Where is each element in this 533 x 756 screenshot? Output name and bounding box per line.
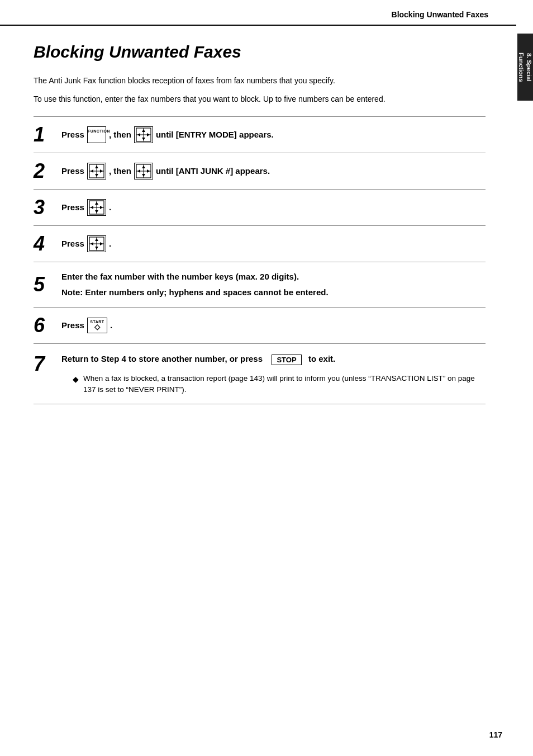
svg-marker-27	[100, 206, 103, 209]
nav-key-1	[134, 126, 153, 143]
step-1-inline: Press FUNCTION , then	[61, 126, 274, 143]
step-4-content: Press .	[61, 235, 486, 252]
step-4-dot: .	[109, 237, 111, 251]
bullet-note: ◆ When a fax is blocked, a transaction r…	[61, 373, 486, 396]
nav-key-3	[87, 199, 106, 216]
step-2-number: 2	[34, 161, 61, 181]
svg-marker-31	[95, 238, 98, 241]
svg-marker-19	[137, 169, 140, 173]
svg-marker-24	[95, 202, 98, 205]
step-2-suffix: until [ANTI JUNK #] appears.	[156, 164, 270, 178]
step-4-press: Press	[61, 237, 84, 251]
svg-marker-33	[91, 242, 93, 245]
step-5-line2: Note: Enter numbers only; hyphens and sp…	[61, 286, 329, 299]
svg-marker-20	[147, 169, 150, 173]
start-key-label: START	[88, 319, 107, 325]
step-6-content: Press START ◇ .	[61, 318, 486, 333]
main-content: Blocking Unwanted Faxes The Anti Junk Fa…	[0, 26, 516, 427]
intro-para1: The Anti Junk Fax function blocks recept…	[34, 75, 486, 87]
step-4-number: 4	[34, 234, 61, 254]
intro-para2: To use this function, enter the fax numb…	[34, 93, 486, 105]
bullet-diamond-icon: ◆	[73, 374, 79, 396]
svg-marker-32	[95, 247, 98, 249]
step-4-inline: Press .	[61, 235, 111, 252]
nav-icon-2a	[89, 164, 104, 178]
nav-key-2b	[134, 163, 153, 179]
svg-marker-6	[147, 133, 150, 136]
svg-marker-26	[91, 206, 93, 209]
step-1: 1 Press FUNCTION , then	[34, 117, 486, 153]
step-1-press: Press	[61, 128, 84, 141]
nav-key-4	[87, 235, 106, 252]
step-3-inline: Press .	[61, 199, 111, 216]
step-7-inline: Return to Step 4 to store another number…	[61, 354, 486, 365]
step-2-press: Press	[61, 164, 84, 178]
step-3-number: 3	[34, 197, 61, 218]
step-5: 5 Enter the fax number with the number k…	[34, 262, 486, 308]
step-4: 4 Press .	[34, 226, 486, 262]
step-2-content: Press , then	[61, 163, 486, 179]
step-1-content: Press FUNCTION , then	[61, 126, 486, 143]
function-key-label: FUNCTION	[88, 128, 106, 134]
step-2: 2 Press , t	[34, 153, 486, 190]
svg-marker-10	[95, 166, 98, 168]
svg-marker-17	[142, 166, 145, 168]
svg-marker-3	[142, 129, 145, 132]
nav-key-2a	[87, 163, 106, 179]
step-6-inline: Press START ◇ .	[61, 318, 112, 333]
step-5-line1: Enter the fax number with the number key…	[61, 270, 299, 284]
stop-key: STOP	[272, 355, 301, 365]
page-header: Blocking Unwanted Faxes	[0, 0, 516, 26]
svg-marker-5	[137, 133, 140, 136]
bullet-note-text: When a fax is blocked, a transaction rep…	[83, 373, 486, 396]
step-6-number: 6	[34, 315, 61, 336]
step-3-dot: .	[109, 201, 111, 214]
step-1-connector: , then	[109, 128, 131, 141]
step-5-number: 5	[34, 275, 61, 295]
side-tab: 8. Special Functions	[517, 34, 533, 101]
step-7-number: 7	[34, 354, 61, 374]
start-key: START ◇	[87, 318, 107, 333]
step-6-dot: .	[110, 319, 112, 332]
nav-icon-3	[89, 200, 104, 215]
svg-marker-4	[142, 138, 145, 140]
step-7-prefix: Return to Step 4 to store another number…	[61, 354, 263, 363]
step-2-inline: Press , then	[61, 163, 270, 179]
svg-marker-18	[142, 174, 145, 177]
nav-icon-4	[89, 237, 104, 251]
svg-marker-11	[95, 174, 98, 177]
side-tab-line1: 8. Special	[526, 53, 532, 82]
step-5-content: Enter the fax number with the number key…	[61, 270, 486, 299]
header-title: Blocking Unwanted Faxes	[392, 10, 488, 19]
step-3-content: Press .	[61, 199, 486, 216]
step-6: 6 Press START ◇ .	[34, 308, 486, 344]
step-1-suffix: until [ENTRY MODE] appears.	[156, 128, 274, 141]
step-6-press: Press	[61, 319, 84, 332]
step-3: 3 Press .	[34, 190, 486, 226]
step-2-connector: , then	[109, 164, 131, 178]
step-3-press: Press	[61, 201, 84, 214]
svg-marker-12	[91, 169, 93, 173]
step-7-content: Return to Step 4 to store another number…	[61, 354, 486, 396]
function-key: FUNCTION	[87, 126, 106, 143]
step-7: 7 Return to Step 4 to store another numb…	[34, 344, 486, 404]
nav-icon-1	[136, 127, 151, 142]
page-number: 117	[489, 730, 502, 739]
page-title: Blocking Unwanted Faxes	[34, 42, 486, 62]
steps-container: 1 Press FUNCTION , then	[34, 116, 486, 404]
svg-marker-25	[95, 210, 98, 213]
side-tab-line2: Functions	[518, 53, 525, 82]
svg-marker-13	[100, 169, 103, 173]
nav-icon-2b	[136, 164, 151, 178]
step-1-number: 1	[34, 125, 61, 145]
svg-marker-34	[100, 242, 103, 245]
step-7-suffix: to exit.	[308, 354, 335, 363]
